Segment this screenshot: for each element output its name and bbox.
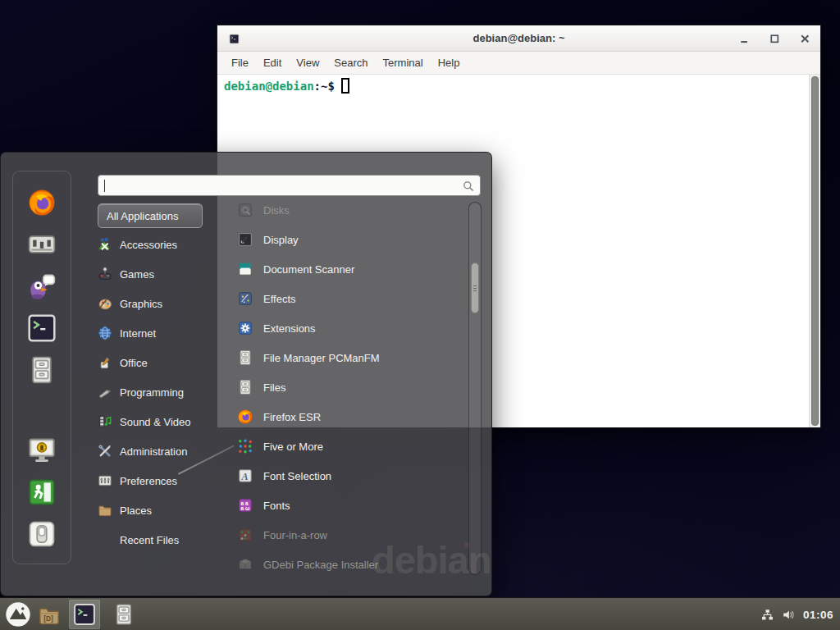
app-label: Document Scanner — [263, 263, 354, 276]
favorite-terminal[interactable] — [27, 313, 57, 343]
favorite-shut-down-button[interactable] — [27, 519, 57, 549]
menu-search[interactable]: Search — [326, 54, 375, 71]
terminal-scrollbar[interactable] — [809, 75, 820, 427]
app-disks[interactable]: Disks — [224, 200, 463, 225]
terminal-titlebar[interactable]: debian@debian: ~ — [217, 25, 820, 52]
app-four-in-a-row[interactable]: Four-in-a-row — [224, 520, 463, 550]
favorite-log-out-button[interactable] — [27, 477, 57, 507]
terminal-prompt: debian@debian:~$ — [224, 78, 349, 94]
graphics-icon — [98, 296, 112, 311]
category-preferences[interactable]: Preferences — [98, 466, 221, 495]
terminal-menubar: FileEditViewSearchTerminalHelp — [217, 52, 820, 75]
category-places[interactable]: Places — [98, 495, 221, 525]
favorite-firefox[interactable] — [27, 188, 57, 217]
terminal-window-icon — [229, 33, 240, 43]
administration-icon — [98, 444, 112, 459]
close-button[interactable] — [798, 32, 812, 46]
minimize-button[interactable] — [737, 32, 751, 46]
four-in-a-row-icon — [237, 527, 253, 543]
app-extensions[interactable]: Extensions — [224, 313, 463, 343]
programming-icon — [98, 385, 112, 399]
application-menu: All Applications AccessoriesGamesGraphic… — [0, 152, 492, 596]
taskbar: [D] 01:06 — [0, 597, 840, 630]
app-label: Files — [263, 381, 285, 394]
app-label: Disks — [263, 204, 290, 217]
favorites-panel — [12, 171, 71, 564]
desktop-folder-launcher[interactable]: [D] — [38, 604, 61, 627]
category-graphics[interactable]: Graphics — [98, 289, 221, 318]
app-fonts[interactable]: a aa ωFonts — [224, 491, 463, 520]
app-label: Effects — [263, 293, 296, 305]
category-games[interactable]: Games — [98, 259, 221, 289]
category-accessories[interactable]: Accessories — [98, 230, 221, 259]
category-office[interactable]: Office — [98, 348, 221, 377]
clock[interactable]: 01:06 — [803, 609, 833, 621]
app-file-manager-pcmanfm[interactable]: File Manager PCManFM — [224, 343, 463, 372]
places-icon — [98, 503, 112, 518]
search-input[interactable] — [98, 176, 480, 195]
taskbar-window-file-manager[interactable] — [108, 600, 139, 629]
maximize-button[interactable] — [768, 32, 782, 46]
category-list: All Applications AccessoriesGamesGraphic… — [98, 203, 221, 555]
display-icon — [237, 231, 253, 248]
taskbar-window-terminal[interactable] — [69, 600, 100, 629]
category-recent-files[interactable]: Recent Files — [98, 525, 221, 555]
app-label: Firefox ESR — [263, 411, 321, 423]
app-font-selection[interactable]: AFont Selection — [224, 461, 463, 491]
effects-icon — [237, 290, 253, 307]
terminal-cursor — [341, 78, 349, 94]
accessories-icon — [98, 237, 112, 252]
extensions-icon — [237, 320, 253, 336]
menu-help[interactable]: Help — [431, 54, 468, 71]
category-label: Sound & Video — [120, 416, 191, 428]
app-label: Fonts — [263, 500, 290, 512]
internet-icon — [98, 326, 112, 340]
menu-file[interactable]: File — [224, 54, 256, 71]
category-label: Internet — [120, 327, 156, 340]
app-label: Font Selection — [263, 470, 331, 482]
terminal-scrollbar-thumb[interactable] — [811, 76, 819, 426]
menu-scrollbar-thumb[interactable] — [471, 262, 479, 313]
menu-edit[interactable]: Edit — [256, 54, 289, 71]
favorite-lock-screen-button[interactable] — [27, 436, 57, 465]
favorite-control-center[interactable] — [27, 230, 57, 259]
application-list: DisksDisplayDocument ScannerEffectsExten… — [224, 200, 463, 573]
app-effects[interactable]: Effects — [224, 284, 463, 313]
menu-button[interactable] — [5, 601, 31, 628]
app-document-scanner[interactable]: Document Scanner — [224, 254, 463, 284]
category-label: Accessories — [120, 239, 177, 251]
app-files[interactable]: Files — [224, 372, 463, 402]
svg-text:[D]: [D] — [43, 614, 53, 623]
search-caret — [104, 180, 105, 192]
firefox-icon — [237, 409, 253, 425]
category-programming[interactable]: Programming — [98, 377, 221, 407]
prompt-user: debian@debian — [224, 80, 314, 93]
app-label: File Manager PCManFM — [263, 352, 380, 364]
search-icon — [462, 180, 475, 193]
volume-icon[interactable] — [782, 608, 796, 622]
category-sound-video[interactable]: Sound & Video — [98, 407, 221, 436]
games-icon — [98, 267, 112, 281]
category-label: Programming — [120, 386, 184, 399]
category-internet[interactable]: Internet — [98, 318, 221, 348]
sound-video-icon — [98, 414, 112, 429]
category-label: Preferences — [120, 475, 177, 487]
app-display[interactable]: Display — [224, 225, 463, 254]
five-or-more-icon — [237, 438, 253, 454]
category-all-applications[interactable]: All Applications — [98, 203, 203, 228]
menu-view[interactable]: View — [289, 54, 326, 71]
menu-scrollbar[interactable] — [468, 202, 482, 575]
app-firefox-esr[interactable]: Firefox ESR — [224, 402, 463, 431]
app-gdebi-package-installer[interactable]: GDebi Package Installer — [224, 550, 463, 573]
menu-terminal[interactable]: Terminal — [376, 54, 431, 71]
category-label: Administration — [120, 445, 187, 458]
menu-search-box[interactable] — [98, 175, 481, 196]
favorite-pidgin[interactable] — [27, 272, 57, 301]
network-icon[interactable] — [760, 608, 774, 622]
app-five-or-more[interactable]: Five or More — [224, 431, 463, 461]
favorite-file-manager[interactable] — [27, 355, 57, 385]
category-label: Places — [120, 504, 152, 517]
svg-text:a ω: a ω — [241, 505, 250, 511]
category-label: Recent Files — [120, 534, 179, 546]
preferences-icon — [98, 473, 112, 488]
